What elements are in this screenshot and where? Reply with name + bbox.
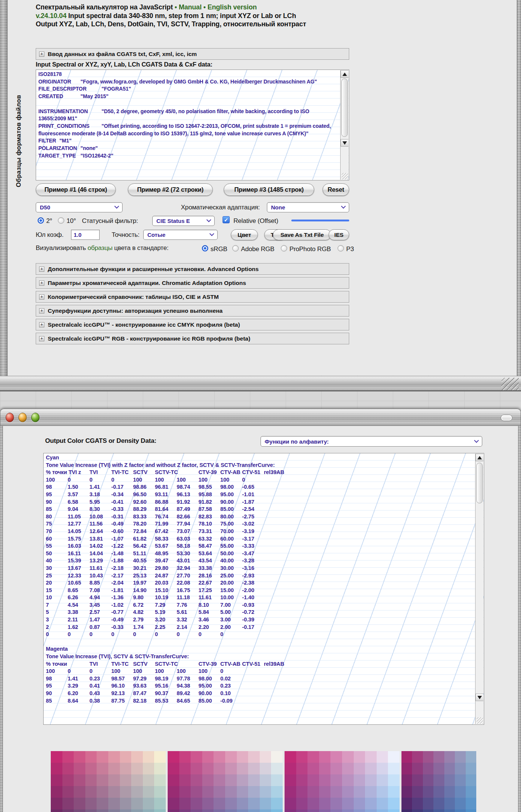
window-resize-grip[interactable] bbox=[501, 378, 519, 390]
version-label: v.24.10.04 bbox=[36, 12, 67, 20]
chevron-down-icon bbox=[209, 231, 214, 236]
reset-button[interactable]: Reset bbox=[323, 183, 349, 196]
expand-plus-icon[interactable] bbox=[39, 294, 44, 300]
functions-select-value: Функции по алфавиту: bbox=[265, 438, 475, 445]
expand-plus-icon[interactable] bbox=[39, 322, 44, 327]
accordion-iccgpu-rgb[interactable]: Spectralcalc iccGPU™ RGB - конструирован… bbox=[36, 333, 349, 344]
functions-select[interactable]: Функции по алфавиту: bbox=[260, 436, 482, 447]
accordion-colorimetric-reference[interactable]: Колориметрический справочник: таблицы IS… bbox=[36, 291, 349, 303]
close-button[interactable] bbox=[6, 413, 14, 422]
observer-2deg-radio[interactable] bbox=[38, 217, 44, 224]
accordion-chromatic-adaptation[interactable]: Параметры хроматической адаптации. Chrom… bbox=[36, 277, 349, 289]
color-swatch-cell bbox=[466, 763, 476, 774]
arrow-down-icon bbox=[477, 696, 482, 699]
adobe-rgb-radio[interactable] bbox=[232, 245, 239, 251]
color-swatch-cell bbox=[51, 798, 62, 809]
color-swatch-cell bbox=[271, 786, 283, 798]
output-textarea[interactable]: Cyan Tone Value Increase (TVI) with Z fa… bbox=[43, 453, 484, 725]
observer-10deg-radio[interactable] bbox=[58, 217, 64, 224]
example-1-button[interactable]: Пример #1 (46 строк) bbox=[36, 183, 116, 196]
color-swatch-cell bbox=[271, 798, 283, 809]
toolbar-toggle-button[interactable] bbox=[501, 415, 512, 421]
color-swatch-cell bbox=[388, 751, 400, 763]
textarea-resize-grip[interactable] bbox=[477, 717, 483, 724]
chevron-down-icon bbox=[341, 204, 346, 209]
input-textarea[interactable]: ISO28178 ORIGINATOR "Fogra, www.fogra.or… bbox=[36, 70, 349, 180]
page-header: Спектральный калькулятор на JavaScript •… bbox=[36, 3, 367, 29]
accordion-advanced-options[interactable]: Дополнительные функции и расширенные уст… bbox=[36, 263, 349, 275]
accordion-superfunctions[interactable]: Суперфункции доступны: авторизация успеш… bbox=[36, 305, 349, 317]
scroll-up-button[interactable] bbox=[476, 454, 483, 461]
samples-link[interactable]: образцы bbox=[88, 244, 112, 251]
manual-link[interactable]: Manual bbox=[179, 3, 201, 11]
color-swatch-cell bbox=[412, 763, 423, 774]
color-swatch-cell bbox=[154, 809, 166, 812]
color-swatch-cell bbox=[354, 751, 365, 763]
color-swatch-cell bbox=[423, 774, 433, 786]
color-swatch-cell bbox=[433, 751, 444, 763]
yule-coef-input[interactable] bbox=[71, 230, 100, 240]
scrollbar-thumb[interactable] bbox=[476, 463, 483, 503]
page-subtitle-2: Output XYZ, Lab, LCh, Dens, DotGain, TVI… bbox=[36, 20, 367, 29]
color-swatch-cell bbox=[214, 786, 225, 798]
file-input-collapse-bar[interactable]: Ввод данных из файла CGATS txt, CxF, xml… bbox=[36, 48, 349, 60]
offset-slider[interactable] bbox=[291, 220, 349, 221]
color-swatch-cell bbox=[455, 809, 465, 812]
chromatic-adaptation-select[interactable]: None bbox=[267, 202, 349, 212]
output-window: Output Color CGATS or Density Data: Функ… bbox=[0, 409, 521, 812]
expand-plus-icon[interactable] bbox=[39, 336, 44, 341]
scroll-down-button[interactable] bbox=[341, 139, 348, 147]
color-swatch-cell bbox=[260, 763, 271, 774]
expand-plus-icon[interactable] bbox=[39, 280, 44, 286]
output-window-titlebar[interactable] bbox=[0, 409, 521, 426]
color-swatch-cell bbox=[225, 786, 237, 798]
color-swatch-cell bbox=[248, 786, 260, 798]
minimize-button[interactable] bbox=[18, 413, 27, 422]
zoom-button[interactable] bbox=[31, 413, 39, 422]
prophoto-rgb-radio[interactable] bbox=[281, 245, 287, 251]
color-swatch-cell bbox=[433, 774, 444, 786]
save-as-txt-button[interactable]: Save As Txt File bbox=[273, 229, 331, 240]
scroll-down-button[interactable] bbox=[476, 694, 483, 701]
color-swatch-cell bbox=[225, 763, 237, 774]
output-window-body: Output Color CGATS or Density Data: Функ… bbox=[0, 426, 521, 812]
color-swatch-cell bbox=[319, 774, 331, 786]
scrollbar-thumb[interactable] bbox=[341, 79, 348, 137]
color-swatch-cell bbox=[365, 774, 377, 786]
expand-plus-icon[interactable] bbox=[39, 267, 44, 272]
color-swatch-cell bbox=[423, 751, 433, 763]
precision-select[interactable]: Сотые bbox=[143, 230, 218, 240]
input-text: ISO28178 ORIGINATOR "Fogra, www.fogra.or… bbox=[38, 71, 338, 179]
expand-plus-icon[interactable] bbox=[39, 52, 44, 57]
color-swatch-cell bbox=[202, 798, 214, 809]
color-swatch-cell bbox=[365, 763, 377, 774]
example-3-button[interactable]: Пример #3 (1485 строк) bbox=[224, 183, 314, 196]
color-swatch-cell bbox=[237, 786, 248, 798]
output-scrollbar[interactable] bbox=[475, 454, 483, 724]
color-swatch-cell bbox=[296, 809, 308, 812]
color-swatch-cell bbox=[271, 751, 283, 763]
color-swatch-cell bbox=[260, 774, 271, 786]
relative-offset-checkbox[interactable] bbox=[223, 216, 230, 223]
accordion-iccgpu-cmyk[interactable]: Spectralcalc iccGPU™ - конструирование i… bbox=[36, 319, 349, 330]
expand-plus-icon[interactable] bbox=[39, 308, 44, 314]
textarea-resize-grip[interactable] bbox=[342, 173, 348, 179]
color-swatch-cell bbox=[74, 809, 85, 812]
input-scrollbar[interactable] bbox=[340, 70, 348, 180]
illuminant-select[interactable]: D50 bbox=[36, 202, 123, 212]
scroll-up-button[interactable] bbox=[341, 70, 348, 78]
ies-button[interactable]: IES bbox=[329, 229, 349, 240]
accordion-label: Spectralcalc iccGPU™ RGB - конструирован… bbox=[48, 335, 250, 342]
color-swatch-cell bbox=[51, 763, 62, 774]
color-swatch-cell bbox=[330, 774, 342, 786]
color-swatch-cell bbox=[179, 798, 191, 809]
srgb-radio[interactable] bbox=[202, 245, 208, 251]
example-2-button[interactable]: Пример #2 (72 строки) bbox=[128, 183, 213, 196]
color-button[interactable]: Цвет bbox=[231, 229, 258, 240]
calculator-content: Образцы форматов файлов Спектральный кал… bbox=[8, 0, 516, 376]
status-filter-select[interactable]: CIE Status E bbox=[152, 216, 215, 226]
p3-radio[interactable] bbox=[338, 245, 344, 251]
english-version-link[interactable]: English version bbox=[207, 3, 257, 11]
color-swatch-cell bbox=[179, 774, 191, 786]
color-swatch-cell bbox=[202, 774, 214, 786]
